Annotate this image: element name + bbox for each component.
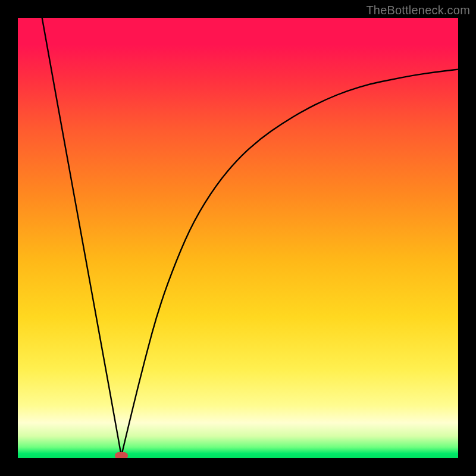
watermark-text: TheBottleneck.com	[366, 4, 470, 17]
curve-left-branch	[42, 18, 121, 456]
bottleneck-curve	[18, 18, 458, 458]
chart-frame: TheBottleneck.com	[0, 0, 476, 476]
plot-area	[18, 18, 458, 458]
minimum-dot	[115, 452, 128, 458]
curve-right-branch	[121, 70, 458, 456]
